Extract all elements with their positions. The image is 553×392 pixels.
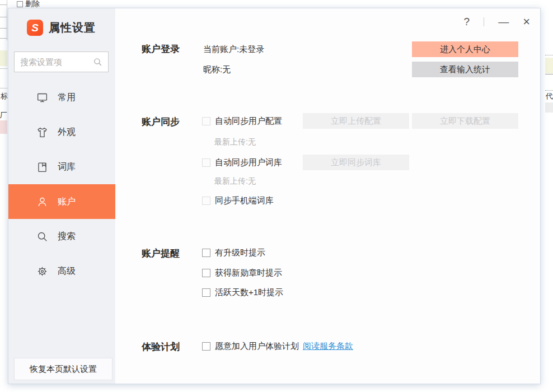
- experience-plan-row: 愿意加入用户体验计划 阅读服务条款: [202, 339, 353, 353]
- restore-defaults-button[interactable]: 恢复本页默认设置: [14, 358, 113, 380]
- main-panel: ? — × 账户登录 当前账户:未登录 昵称:无 进入个人中心 查看输入统计 账…: [115, 8, 540, 384]
- background-row-line: [545, 74, 553, 74]
- close-button[interactable]: ×: [523, 16, 530, 27]
- sidebar-item-label: 账户: [58, 196, 76, 208]
- section-label-experience: 体验计划: [142, 340, 180, 353]
- sync-mobile-dict-checkbox[interactable]: [202, 197, 210, 205]
- sidebar-item-common[interactable]: 常用: [8, 80, 115, 115]
- background-row-line: [0, 17, 7, 17]
- background-highlight-row: [545, 58, 553, 73]
- sidebar-item-appearance[interactable]: 外观: [8, 115, 115, 150]
- sync-dict-now-button[interactable]: 立即同步词库: [303, 155, 409, 170]
- settings-dialog: S 属性设置 常用 外观: [8, 8, 541, 384]
- auto-sync-dict-checkbox[interactable]: [202, 158, 210, 167]
- experience-plan-label: 愿意加入用户体验计划: [215, 341, 299, 352]
- background-dotted-line: [0, 88, 7, 88]
- sync-mobile-dict-row: 同步手机端词库: [202, 194, 274, 207]
- current-account-row: 当前账户:未登录: [203, 43, 264, 56]
- settings-search-box[interactable]: [14, 52, 109, 72]
- sync-mobile-dict-label: 同步手机端词库: [215, 195, 274, 206]
- background-highlight-row: [545, 102, 553, 113]
- last-upload-config-status: 最新上传:无: [214, 137, 256, 147]
- auto-sync-config-checkbox[interactable]: [202, 117, 210, 125]
- sidebar-item-label: 外观: [58, 127, 76, 138]
- background-dotted-line: [545, 90, 553, 91]
- active-days-tip-label: 活跃天数+1时提示: [215, 287, 283, 298]
- background-delete-checkbox[interactable]: [17, 1, 23, 7]
- upload-config-now-button[interactable]: 立即上传配置: [303, 113, 409, 129]
- nickname-text: 昵称:无: [203, 64, 231, 75]
- download-config-now-button[interactable]: 立即下载配置: [412, 113, 518, 129]
- upgrade-tip-row: 有升级时提示: [202, 246, 265, 259]
- section-label-login: 账户登录: [142, 43, 180, 55]
- background-table-border: [7, 0, 7, 40]
- terms-of-service-link[interactable]: 阅读服务条款: [303, 341, 353, 352]
- sidebar-item-label: 常用: [58, 92, 76, 104]
- active-days-tip-row: 活跃天数+1时提示: [202, 286, 283, 299]
- search-icon: [36, 231, 48, 242]
- sidebar-item-search[interactable]: 搜索: [8, 219, 115, 254]
- medal-tip-label: 获得新勋章时提示: [215, 268, 282, 278]
- upgrade-tip-checkbox[interactable]: [202, 249, 210, 257]
- sidebar-item-label: 搜索: [58, 231, 76, 242]
- section-label-remind: 账户提醒: [142, 247, 180, 260]
- titlebar-divider: [484, 17, 484, 26]
- section-label-sync: 账户同步: [142, 115, 180, 128]
- search-icon: [93, 57, 102, 67]
- sidebar: S 属性设置 常用 外观: [8, 8, 115, 384]
- last-upload-dict-status: 最新上传:无: [214, 176, 256, 186]
- gear-icon: [36, 265, 48, 277]
- sidebar-item-label: 高级: [58, 265, 76, 277]
- background-dotted-line: [0, 68, 7, 69]
- background-left-text: 标: [1, 92, 8, 100]
- page-title: 属性设置: [49, 20, 96, 35]
- background-row-line: [0, 38, 7, 39]
- app-header: S 属性设置: [27, 20, 96, 36]
- auto-sync-dict-label: 自动同步用户词库: [215, 157, 282, 168]
- monitor-icon: [36, 92, 48, 104]
- upgrade-tip-label: 有升级时提示: [215, 248, 265, 258]
- sogou-logo-icon: S: [27, 20, 43, 36]
- background-right-text: 代: [546, 92, 553, 100]
- sidebar-nav: 常用 外观 词库 账户: [8, 80, 115, 288]
- background-highlight-row: [0, 50, 7, 66]
- medal-tip-checkbox[interactable]: [202, 269, 210, 277]
- sidebar-item-advanced[interactable]: 高级: [8, 254, 115, 288]
- minimize-button[interactable]: —: [498, 16, 509, 27]
- dict-icon: [36, 161, 48, 173]
- experience-plan-checkbox[interactable]: [202, 342, 210, 351]
- titlebar-controls: ? — ×: [464, 16, 530, 27]
- current-account-text: 当前账户:未登录: [203, 44, 264, 55]
- tshirt-icon: [36, 127, 48, 138]
- enter-personal-center-button[interactable]: 进入个人中心: [412, 41, 518, 57]
- view-input-stats-button[interactable]: 查看输入统计: [412, 62, 518, 77]
- help-button[interactable]: ?: [464, 16, 470, 27]
- medal-tip-row: 获得新勋章时提示: [202, 266, 282, 279]
- auto-sync-config-label: 自动同步用户配置: [215, 116, 282, 127]
- auto-sync-config-row: 自动同步用户配置: [202, 114, 282, 128]
- sidebar-item-dictionary[interactable]: 词库: [8, 150, 115, 184]
- background-highlight-row: [0, 120, 7, 134]
- background-dotted-line: [545, 55, 553, 55]
- sidebar-item-account[interactable]: 账户: [8, 184, 115, 219]
- background-row-line: [0, 4, 7, 5]
- sidebar-item-label: 词库: [58, 161, 76, 173]
- auto-sync-dict-row: 自动同步用户词库: [202, 156, 282, 169]
- search-input[interactable]: [20, 57, 90, 67]
- user-icon: [36, 196, 48, 208]
- background-row-line: [0, 28, 7, 29]
- background-left-text: 厂: [0, 111, 7, 119]
- active-days-tip-checkbox[interactable]: [202, 288, 210, 297]
- nickname-row: 昵称:无: [203, 63, 231, 76]
